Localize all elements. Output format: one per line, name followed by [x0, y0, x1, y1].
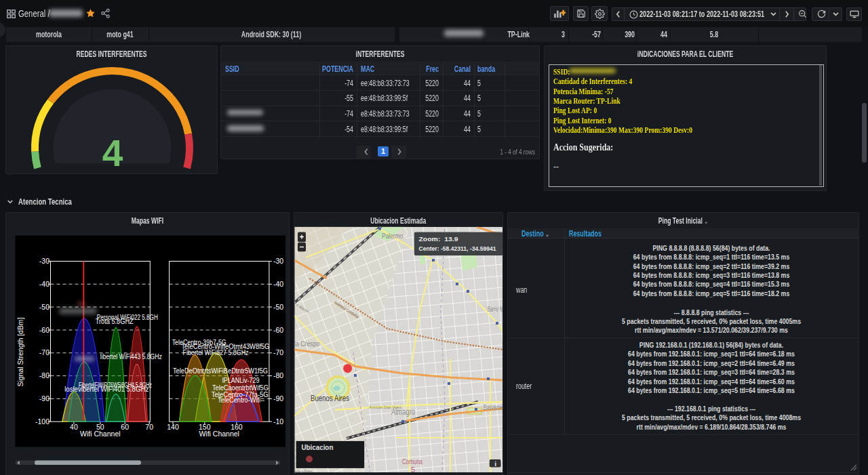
svg-text:-60: -60 [273, 326, 283, 334]
svg-text:-80: -80 [39, 371, 50, 379]
svg-text:5: 5 [411, 466, 415, 474]
svg-text:Fibertel WiFi827 5.8GHz: Fibertel WiFi827 5.8GHz [183, 349, 249, 356]
svg-text:-60: -60 [39, 326, 50, 334]
svg-text:IPLANLiv-729: IPLANLiv-729 [222, 377, 259, 384]
svg-text:Wifi Channel: Wifi Channel [199, 430, 239, 438]
svg-text:-50: -50 [273, 303, 283, 311]
svg-text:-40: -40 [273, 280, 283, 288]
svg-text:-80: -80 [273, 371, 283, 379]
svg-text:-90: -90 [39, 394, 50, 402]
svg-text:Palermo: Palermo [382, 232, 403, 240]
svg-text:-30: -30 [39, 257, 50, 265]
svg-text:4: 4 [102, 132, 123, 173]
svg-text:TeleDeOtntrtsWiFiBeDtntr5W1f5G: TeleDeOtntrtsWiFiBeDtntr5W1f5G [173, 367, 268, 375]
svg-text:Balvane: Balvane [484, 403, 502, 411]
svg-text:Barrio N: Barrio N [488, 305, 502, 313]
svg-text:-100: -100 [35, 417, 50, 426]
svg-text:Center: -58.42311, -34.59941: Center: -58.42311, -34.59941 [419, 245, 496, 252]
svg-text:la Crespo: la Crespo [294, 339, 320, 348]
svg-text:Wifi Channel: Wifi Channel [80, 430, 121, 438]
svg-text:Signal Strength [dBm]: Signal Strength [dBm] [16, 317, 24, 386]
svg-text:TeleCentro-Wifi--: TeleCentro-Wifi-- [218, 396, 264, 404]
svg-text:40: 40 [70, 423, 78, 431]
svg-text:-70: -70 [39, 348, 50, 356]
svg-text:Comuna: Comuna [402, 457, 423, 466]
svg-text:-90: -90 [273, 394, 283, 402]
svg-text:-40: -40 [39, 280, 50, 288]
svg-text:Trota 5.8GHZ: Trota 5.8GHZ [96, 318, 134, 325]
svg-text:60: 60 [121, 423, 129, 431]
svg-text:libertel WiFi443 5.8GHz: libertel WiFi443 5.8GHz [100, 353, 162, 360]
svg-text:loslevibertel WiFi401 5.8GHz: loslevibertel WiFi401 5.8GHz [64, 386, 149, 393]
svg-text:i: i [495, 461, 497, 468]
svg-text:70: 70 [145, 423, 153, 431]
svg-text:-70: -70 [273, 348, 283, 356]
svg-text:Avenida Diaz Velez: Avenida Diaz Velez [369, 405, 401, 409]
svg-text:-30: -30 [273, 257, 283, 265]
svg-text:aballito: aballito [294, 469, 313, 475]
svg-text:Ubicacion: Ubicacion [301, 443, 333, 451]
svg-text:140: 140 [167, 423, 179, 431]
svg-text:Zoom: 13.9: Zoom: 13.9 [419, 235, 459, 243]
svg-text:-50: -50 [39, 303, 50, 311]
svg-text:-10: -10 [273, 417, 283, 426]
svg-text:Buenos Aires: Buenos Aires [311, 393, 349, 403]
